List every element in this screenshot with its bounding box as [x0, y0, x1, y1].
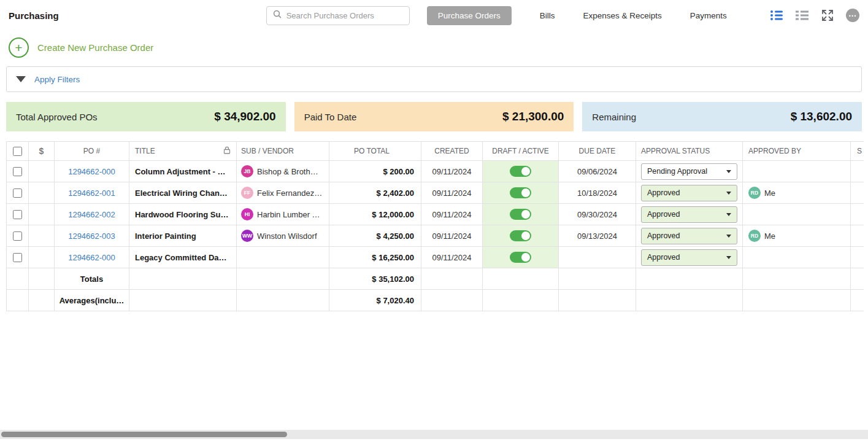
- select-all-checkbox[interactable]: [13, 147, 22, 156]
- po-total: $ 2,402.00: [377, 189, 414, 198]
- card-value: $ 21,300.00: [502, 110, 564, 123]
- filter-bar[interactable]: Apply Filters: [6, 66, 862, 92]
- averages-value: $ 7,020.40: [377, 296, 414, 305]
- tab-bar: Purchase Orders Bills Expenses & Receipt…: [427, 6, 727, 25]
- scrollbar-thumb[interactable]: [1, 432, 287, 437]
- card-total-approved: Total Approved POs $ 34,902.00: [6, 102, 286, 131]
- tab-bills[interactable]: Bills: [540, 11, 555, 20]
- create-row: + Create New Purchase Order: [0, 31, 868, 64]
- search-box[interactable]: [266, 6, 410, 25]
- created-date: 09/11/2024: [432, 253, 471, 262]
- row-checkbox[interactable]: [13, 210, 22, 219]
- po-number-link[interactable]: 1294662-003: [68, 231, 115, 241]
- create-new-po-button[interactable]: +: [9, 37, 29, 58]
- vendor-name: Harbin Lumber …: [257, 210, 320, 219]
- po-title: Electrical Wiring Chan…: [135, 189, 228, 198]
- table-row: 1294662-001 Electrical Wiring Chan… FF F…: [7, 182, 864, 204]
- column-header-title[interactable]: TITLE: [129, 142, 237, 160]
- chevron-down-icon: [726, 235, 731, 238]
- po-total: $ 200.00: [383, 167, 414, 176]
- vendor-avatar: FF: [241, 187, 253, 199]
- averages-label-suffix: (inclu…: [95, 296, 125, 305]
- totals-row: Totals $ 35,102.00: [7, 268, 864, 290]
- more-options-icon[interactable]: ⋯: [846, 9, 859, 22]
- po-title: Hardwood Flooring Su…: [135, 210, 228, 219]
- vendor-name: Winston Wilsdorf: [257, 231, 317, 241]
- apply-filters-label[interactable]: Apply Filters: [34, 75, 80, 84]
- totals-value: $ 35,102.00: [372, 274, 414, 284]
- totals-label: Totals: [80, 274, 103, 284]
- column-header-due[interactable]: DUE DATE: [559, 142, 636, 160]
- column-header-total[interactable]: PO TOTAL: [329, 142, 421, 160]
- view-controls: ⋯: [770, 9, 859, 22]
- averages-row: Averages (inclu… $ 7,020.40: [7, 290, 864, 311]
- created-date: 09/11/2024: [432, 210, 471, 219]
- summary-cards: Total Approved POs $ 34,902.00 Paid To D…: [6, 102, 862, 131]
- column-header-status[interactable]: APPROVAL STATUS: [636, 142, 743, 160]
- due-date: 10/18/2024: [577, 189, 617, 198]
- column-header-po[interactable]: PO #: [55, 142, 129, 160]
- po-total: $ 12,000.00: [372, 210, 414, 219]
- list-view-icon[interactable]: [770, 10, 783, 21]
- row-view-icon[interactable]: [796, 10, 809, 21]
- approval-status-select[interactable]: Pending Approval: [641, 163, 737, 180]
- po-table: $ PO # TITLE SUB / VENDOR PO TOTAL CREAT…: [6, 141, 864, 311]
- approver-avatar: RD: [748, 187, 761, 199]
- card-paid-to-date: Paid To Date $ 21,300.00: [294, 102, 574, 131]
- po-total: $ 16,250.00: [372, 253, 414, 262]
- approval-status-select[interactable]: Approved: [641, 249, 737, 266]
- table-row: 1294662-000 Legacy Committed Da… $ 16,25…: [7, 247, 864, 268]
- approval-status-select[interactable]: Approved: [641, 185, 737, 201]
- active-toggle[interactable]: [510, 252, 531, 263]
- po-number-link[interactable]: 1294662-002: [68, 210, 115, 219]
- po-title: Legacy Committed Da…: [135, 253, 227, 262]
- tab-purchase-orders[interactable]: Purchase Orders: [427, 6, 512, 25]
- vendor-avatar: HI: [241, 208, 253, 220]
- approval-status-select[interactable]: Approved: [641, 206, 737, 223]
- page-title: Purchasing: [9, 10, 59, 21]
- row-checkbox[interactable]: [13, 231, 22, 241]
- chevron-down-icon: [726, 192, 731, 195]
- due-date: 09/06/2024: [577, 167, 617, 176]
- create-new-po-label[interactable]: Create New Purchase Order: [37, 42, 153, 53]
- table-row: 1294662-000 Column Adjustment - … JB Bis…: [7, 161, 864, 182]
- table-row: 1294662-002 Hardwood Flooring Su… HI Har…: [7, 204, 864, 225]
- column-header-approved-by[interactable]: APPROVED BY: [743, 142, 851, 160]
- po-number-link[interactable]: 1294662-000: [68, 167, 115, 176]
- chevron-down-icon: [726, 256, 731, 259]
- vendor-avatar: JB: [241, 165, 253, 177]
- due-date: 09/13/2024: [577, 231, 617, 241]
- column-header-active[interactable]: DRAFT / ACTIVE: [483, 142, 559, 160]
- card-label: Total Approved POs: [16, 112, 98, 122]
- created-date: 09/11/2024: [432, 189, 471, 198]
- vendor-avatar: WW: [241, 230, 253, 242]
- card-value: $ 34,902.00: [214, 110, 275, 123]
- po-number-link[interactable]: 1294662-000: [68, 253, 115, 262]
- horizontal-scrollbar[interactable]: [0, 430, 868, 439]
- search-icon: [273, 10, 282, 21]
- active-toggle[interactable]: [510, 209, 531, 220]
- po-title: Interior Painting: [135, 231, 196, 241]
- vendor-name: Felix Fernandez…: [257, 189, 322, 198]
- row-checkbox[interactable]: [13, 167, 22, 176]
- row-checkbox[interactable]: [13, 189, 22, 198]
- filter-caret-icon: [16, 76, 26, 82]
- fullscreen-icon[interactable]: [821, 9, 834, 21]
- top-bar: Purchasing Purchase Orders Bills Expense…: [0, 0, 868, 31]
- active-toggle[interactable]: [510, 166, 531, 177]
- chevron-down-icon: [726, 170, 731, 173]
- due-date: 09/30/2024: [577, 210, 617, 219]
- column-header-extra[interactable]: S: [851, 142, 864, 160]
- po-title: Column Adjustment - …: [135, 167, 226, 176]
- search-input[interactable]: [286, 11, 403, 20]
- active-toggle[interactable]: [510, 230, 531, 241]
- column-header-vendor[interactable]: SUB / VENDOR: [237, 142, 329, 160]
- po-number-link[interactable]: 1294662-001: [68, 189, 115, 198]
- row-checkbox[interactable]: [13, 253, 22, 262]
- tab-payments[interactable]: Payments: [690, 11, 727, 20]
- tab-expenses-receipts[interactable]: Expenses & Receipts: [583, 11, 662, 20]
- approver-name: Me: [764, 231, 775, 241]
- column-header-created[interactable]: CREATED: [421, 142, 483, 160]
- active-toggle[interactable]: [510, 187, 531, 198]
- approval-status-select[interactable]: Approved: [641, 228, 737, 244]
